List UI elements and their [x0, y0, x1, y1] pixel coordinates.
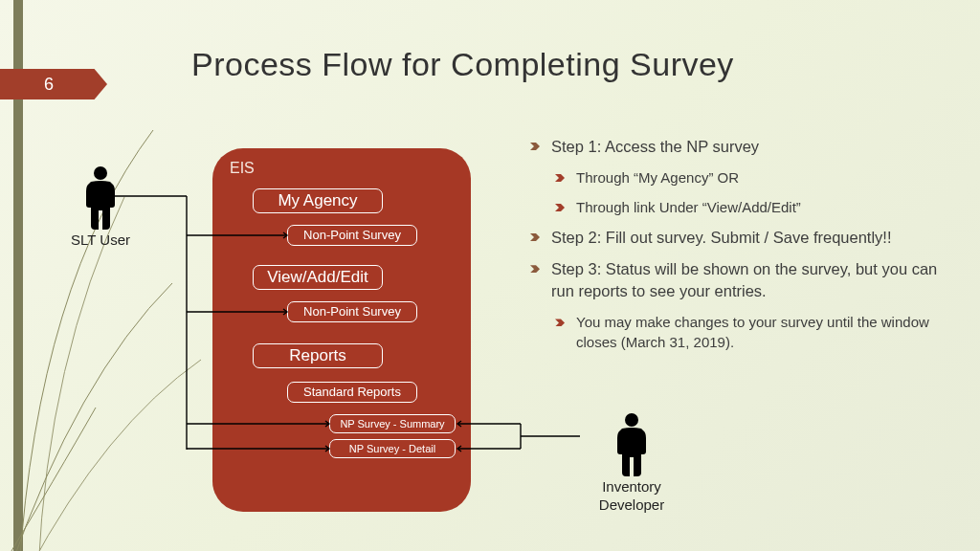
- box-np-survey-2: Non-Point Survey: [287, 301, 417, 322]
- step-1a: Through “My Agency” OR: [555, 167, 951, 187]
- person-icon: [77, 165, 124, 230]
- svg-point-1: [625, 413, 638, 427]
- eis-panel: EIS My Agency Non-Point Survey View/Add/…: [212, 148, 471, 512]
- box-view-add-edit: View/Add/Edit: [253, 265, 383, 290]
- box-reports: Reports: [253, 343, 383, 368]
- step-3: Step 3: Status will be shown on the surv…: [530, 258, 951, 302]
- inventory-developer-label-2: Developer: [574, 496, 689, 513]
- person-icon: [608, 411, 656, 476]
- box-standard-reports: Standard Reports: [287, 382, 417, 403]
- slide-number-badge: 6: [0, 69, 107, 99]
- step-3a: You may make changes to your survey unti…: [555, 312, 951, 352]
- svg-point-0: [94, 166, 107, 180]
- step-bullets: Step 1: Access the NP survey Through “My…: [530, 136, 951, 362]
- box-np-summary: NP Survey - Summary: [329, 414, 456, 433]
- box-np-detail: NP Survey - Detail: [329, 439, 456, 458]
- step-1b: Through link Under “View/Add/Edit”: [555, 197, 951, 217]
- slt-user-figure: SLT User: [57, 165, 144, 248]
- box-my-agency: My Agency: [253, 188, 383, 213]
- slide-number: 6: [44, 75, 54, 95]
- box-np-survey-1: Non-Point Survey: [287, 225, 417, 246]
- inventory-developer-figure: Inventory Developer: [574, 411, 689, 513]
- page-title: Process Flow for Completing Survey: [191, 46, 734, 83]
- step-2: Step 2: Fill out survey. Submit / Save f…: [530, 227, 951, 249]
- inventory-developer-label-1: Inventory: [574, 478, 689, 495]
- eis-label: EIS: [230, 160, 471, 177]
- step-1: Step 1: Access the NP survey: [530, 136, 951, 158]
- slt-user-label: SLT User: [57, 231, 144, 248]
